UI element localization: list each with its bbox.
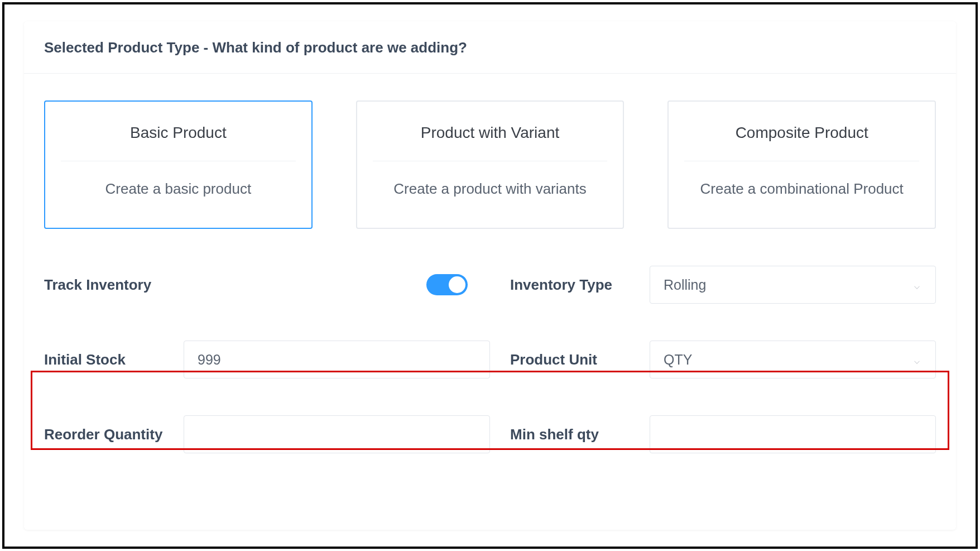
toggle-knob [449, 276, 465, 293]
min-shelf-qty-input[interactable] [650, 415, 936, 453]
initial-stock-label: Initial Stock [44, 351, 184, 368]
min-shelf-qty-label: Min shelf qty [510, 426, 650, 443]
panel-title: Selected Product Type - What kind of pro… [44, 39, 936, 56]
initial-stock-input[interactable] [184, 341, 490, 378]
card-title: Composite Product [684, 124, 919, 161]
card-title: Basic Product [61, 124, 296, 161]
chevron-down-icon [912, 280, 922, 290]
card-desc: Create a product with variants [369, 180, 611, 198]
chevron-down-icon [912, 354, 922, 365]
product-unit-value: QTY [664, 352, 692, 368]
product-type-card-basic[interactable]: Basic Product Create a basic product [44, 100, 313, 229]
product-type-cards: Basic Product Create a basic product Pro… [44, 100, 936, 229]
product-type-panel: Selected Product Type - What kind of pro… [24, 21, 956, 530]
card-desc: Create a basic product [57, 180, 299, 198]
row-reorder: Reorder Quantity Min shelf qty [44, 415, 936, 453]
panel-body: Basic Product Create a basic product Pro… [24, 74, 956, 476]
product-type-card-variant[interactable]: Product with Variant Create a product wi… [356, 100, 624, 229]
inventory-type-value: Rolling [664, 277, 706, 293]
inventory-type-label: Inventory Type [510, 276, 650, 294]
track-inventory-label: Track Inventory [44, 276, 184, 294]
row-initial-stock: Initial Stock Product Unit QTY [44, 341, 936, 378]
card-title: Product with Variant [373, 124, 608, 161]
inventory-type-select[interactable]: Rolling [650, 266, 936, 304]
panel-header: Selected Product Type - What kind of pro… [24, 21, 956, 74]
product-type-card-composite[interactable]: Composite Product Create a combinational… [667, 100, 936, 229]
track-inventory-toggle[interactable] [426, 274, 468, 295]
card-desc: Create a combinational Product [681, 180, 923, 198]
reorder-quantity-input[interactable] [184, 415, 490, 453]
row-track-inventory: Track Inventory Inventory Type Rolling [44, 266, 936, 304]
product-unit-label: Product Unit [510, 351, 650, 368]
product-unit-select[interactable]: QTY [650, 341, 936, 378]
reorder-quantity-label: Reorder Quantity [44, 426, 184, 443]
